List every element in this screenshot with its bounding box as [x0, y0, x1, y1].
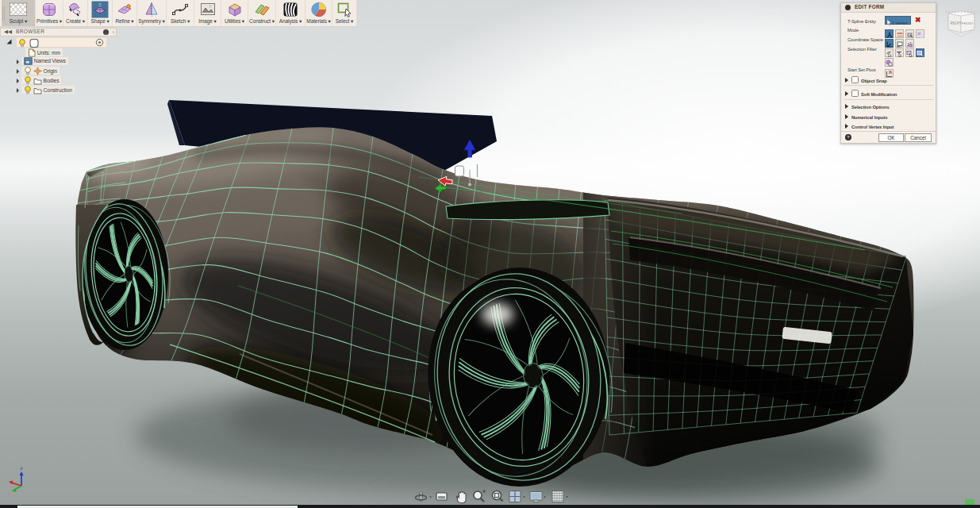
- svg-text:FRONT: FRONT: [962, 21, 974, 25]
- svg-text:RIGHT: RIGHT: [951, 21, 962, 25]
- svg-text:z: z: [21, 466, 23, 471]
